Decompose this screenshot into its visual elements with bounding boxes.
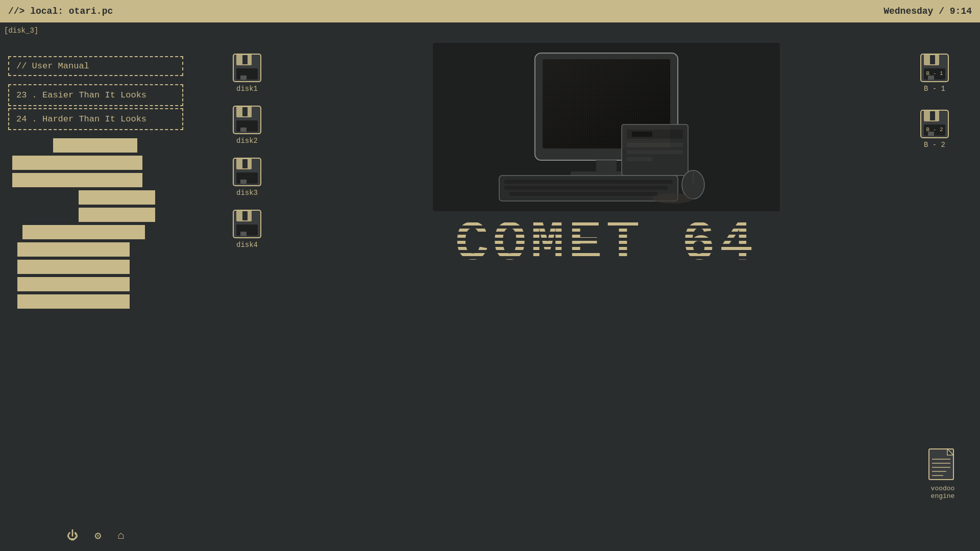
svg-rect-28 (930, 111, 935, 120)
bar-2 (12, 173, 142, 187)
topbar: //> local: otari.pc Wednesday / 9:14 (0, 0, 980, 22)
svg-rect-22 (930, 55, 935, 64)
bar-0 (53, 138, 137, 153)
svg-rect-52 (504, 180, 673, 184)
disk-icon-disk3[interactable]: disk3 (232, 157, 262, 197)
svg-rect-13 (236, 172, 258, 184)
sidebar-manual-section: // User Manual (8, 56, 183, 78)
svg-rect-2 (242, 55, 248, 64)
sidebar-items-section: 23 . Easier Than It Looks 24 . Harder Th… (8, 84, 183, 132)
b-disk-icon-b1[interactable]: B - 1 B - 1 (920, 53, 949, 93)
b-disk-icon-b2[interactable]: B - 2 B - 2 (920, 109, 949, 149)
b-floppy-svg-b2: B - 2 (920, 109, 949, 139)
floppy-svg-disk3 (232, 157, 262, 187)
floppy-svg-disk1 (232, 53, 262, 83)
topbar-path: //> local: otari.pc (8, 6, 113, 16)
disk-icon-disk2[interactable]: disk2 (232, 105, 262, 145)
svg-rect-7 (242, 107, 248, 116)
power-icon[interactable]: ⏻ (67, 529, 78, 543)
b-disk-column: B - 1 B - 1 B - 2 B - 2 (920, 53, 949, 149)
right-panel: disk1 disk2 disk3 (191, 22, 980, 551)
sidebar: [disk_3] // User Manual 23 . Easier Than… (0, 22, 191, 551)
voodoo-label: voodoo engine (931, 485, 955, 500)
disk-icon-disk1[interactable]: disk1 (232, 53, 262, 93)
bar-3 (79, 190, 155, 205)
document-svg (928, 448, 958, 483)
bar-chart (8, 138, 183, 309)
svg-rect-48 (627, 150, 683, 154)
svg-rect-9 (240, 128, 247, 132)
disk-label-disk1: disk1 (236, 85, 258, 93)
svg-point-57 (652, 193, 693, 204)
svg-rect-18 (236, 224, 258, 236)
bar-1 (12, 156, 142, 170)
settings-icon[interactable]: ⚙ (94, 529, 101, 543)
svg-rect-14 (240, 180, 247, 184)
bar-7 (17, 260, 130, 274)
svg-rect-19 (240, 232, 247, 236)
center-image-area: COMET 64 (293, 38, 919, 551)
bar-6 (17, 242, 130, 257)
sidebar-footer: ⏻ ⚙ ⌂ (0, 529, 191, 543)
comet-title: COMET 64 (455, 216, 757, 272)
computer-illustration (433, 43, 780, 211)
disk-label-disk3: disk3 (236, 189, 258, 197)
svg-rect-17 (242, 211, 248, 220)
disk-label-disk2: disk2 (236, 137, 258, 145)
b-floppy-svg-b1: B - 1 (920, 53, 949, 83)
sidebar-item-harder[interactable]: 24 . Harder Than It Looks (8, 108, 183, 130)
svg-rect-53 (504, 186, 668, 190)
svg-text:B - 1: B - 1 (926, 70, 943, 77)
floppy-svg-disk2 (232, 105, 262, 135)
topbar-clock: Wednesday / 9:14 (884, 6, 972, 16)
svg-rect-49 (627, 157, 652, 161)
svg-rect-43 (596, 160, 617, 173)
svg-rect-60 (543, 59, 670, 148)
floppy-svg-disk4 (232, 209, 262, 239)
disk-label-disk4: disk4 (236, 241, 258, 249)
svg-rect-54 (509, 192, 657, 196)
bar-4 (79, 208, 155, 222)
main-area: [disk_3] // User Manual 23 . Easier Than… (0, 22, 980, 551)
bar-5 (22, 225, 145, 239)
svg-rect-3 (236, 68, 258, 80)
disk-icon-disk4[interactable]: disk4 (232, 209, 262, 249)
sidebar-header[interactable]: // User Manual (8, 56, 183, 76)
voodoo-engine-icon[interactable]: voodoo engine (928, 448, 958, 500)
svg-rect-8 (236, 120, 258, 132)
b-disk-label-b2: B - 2 (924, 141, 945, 149)
b-disk-label-b1: B - 1 (924, 85, 945, 93)
disk-column: disk1 disk2 disk3 (232, 53, 262, 249)
svg-rect-12 (242, 159, 248, 168)
bar-9 (17, 294, 130, 309)
svg-text:B - 2: B - 2 (926, 127, 943, 133)
svg-rect-4 (240, 76, 247, 80)
disk-label: [disk_3] (4, 27, 38, 35)
bar-8 (17, 277, 130, 291)
sidebar-item-easier[interactable]: 23 . Easier Than It Looks (8, 84, 183, 106)
home-icon[interactable]: ⌂ (118, 530, 125, 542)
